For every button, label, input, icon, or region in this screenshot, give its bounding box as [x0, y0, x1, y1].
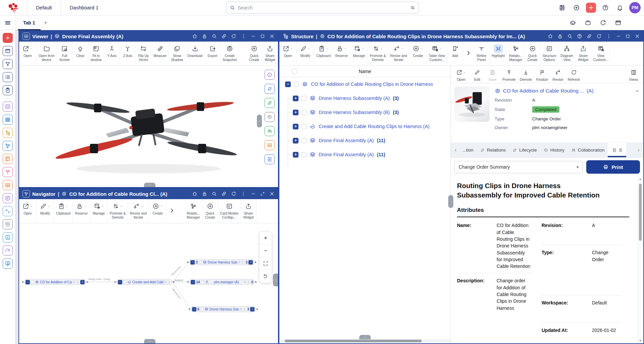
- search-settings-icon[interactable]: [410, 5, 415, 10]
- lock-icon[interactable]: [202, 34, 207, 39]
- expand-toggle[interactable]: +: [293, 110, 298, 115]
- relationship-manager-button[interactable]: Relatio...Manager: [507, 42, 524, 65]
- assistant-icon[interactable]: [568, 18, 578, 28]
- select-all-checkbox[interactable]: [292, 69, 297, 74]
- modify-button[interactable]: Modify: [37, 199, 54, 223]
- refresh-button[interactable]: Refresh: [566, 66, 582, 83]
- collapse-badge-icon[interactable]: [191, 280, 195, 284]
- clear-button[interactable]: Clear: [73, 42, 88, 65]
- add-circle-icon[interactable]: [571, 3, 582, 13]
- zoom-in-button[interactable]: +: [260, 232, 272, 244]
- expand-toggle[interactable]: −: [285, 81, 291, 87]
- open-button[interactable]: Open: [279, 42, 297, 65]
- zoom-out-button[interactable]: −: [260, 244, 272, 257]
- graph-node-activity[interactable]: Create and Add Cable ... (A) ⠿: [116, 279, 173, 285]
- fit-to-window-button[interactable]: Fit towindow: [88, 42, 104, 65]
- create-button[interactable]: Create: [409, 42, 427, 65]
- add-new-button[interactable]: [3, 33, 13, 43]
- gauge-icon[interactable]: [3, 245, 13, 255]
- tree-row-change-order[interactable]: − CO for Addition of Cable Routing Clips…: [279, 77, 451, 91]
- revise-iterate-button[interactable]: Revise andIterate: [388, 42, 409, 65]
- close-button[interactable]: [269, 191, 275, 196]
- list-icon[interactable]: [3, 72, 13, 82]
- tab-collaboration[interactable]: Collaboration: [568, 143, 608, 157]
- row-checkbox[interactable]: [302, 110, 307, 115]
- collapse-summary-icon[interactable]: [635, 88, 640, 94]
- toolbar-overflow-chevron[interactable]: [167, 199, 177, 223]
- node-menu-icon[interactable]: [247, 280, 250, 284]
- modify-button[interactable]: Modify: [297, 42, 314, 65]
- tab-history[interactable]: History: [540, 143, 568, 157]
- add-related-button[interactable]: [248, 260, 253, 265]
- graph-node-harness-a[interactable]: 5 Drone Harness Subass... (A) ⠿ 3: [190, 306, 256, 312]
- node-menu-icon[interactable]: [76, 280, 79, 284]
- expand-toggle[interactable]: +: [293, 138, 298, 144]
- clipboard-icon[interactable]: [3, 85, 13, 95]
- form-icon[interactable]: [3, 102, 13, 112]
- maximize-button[interactable]: [626, 34, 630, 39]
- archive-icon[interactable]: [583, 18, 593, 28]
- search-icon[interactable]: [212, 191, 217, 196]
- open-from-device-button[interactable]: Open fromdevice: [37, 42, 57, 65]
- item-thumbnail[interactable]: [454, 87, 490, 122]
- tabs-scroll-right[interactable]: [635, 143, 642, 157]
- relationship-manager-button[interactable]: Relatio...Manager: [185, 199, 202, 223]
- quick-create-button[interactable]: QuickCreate: [525, 42, 541, 65]
- node-menu-icon[interactable]: [241, 261, 244, 264]
- navigator-collapse-tab[interactable]: [144, 339, 155, 343]
- row-checkbox[interactable]: [302, 96, 307, 101]
- lock-icon[interactable]: [202, 191, 207, 196]
- structure-options-button[interactable]: StructureOptions: [541, 42, 559, 65]
- reserve-button[interactable]: Reserve: [73, 199, 90, 223]
- tab-truncated[interactable]: ...tion: [459, 143, 477, 157]
- window-icon[interactable]: [613, 18, 623, 28]
- promote-demote-button[interactable]: Promote &Demote: [108, 199, 128, 223]
- row-checkbox[interactable]: [302, 138, 307, 143]
- more-options-icon[interactable]: [241, 191, 246, 196]
- table-view-customization-button[interactable]: Table ViewCustomi...: [427, 42, 447, 65]
- open-button[interactable]: Open: [453, 66, 469, 83]
- card-icon[interactable]: [3, 193, 13, 203]
- refresh-icon[interactable]: [596, 34, 602, 39]
- viewer-icon[interactable]: [3, 180, 13, 190]
- reserve-button[interactable]: Reserve: [333, 42, 351, 65]
- more-options-icon[interactable]: [606, 34, 611, 39]
- expand-toggle[interactable]: +: [293, 152, 298, 158]
- create-snapshot-button[interactable]: CreateSnapshot: [221, 42, 239, 65]
- home-icon[interactable]: [192, 191, 197, 196]
- search-icon[interactable]: [212, 34, 217, 39]
- drag-handle[interactable]: ⠿: [244, 281, 246, 284]
- revise-button[interactable]: Revise: [550, 66, 566, 83]
- promote-button[interactable]: Promote: [500, 66, 518, 83]
- drag-handle[interactable]: ⠿: [238, 261, 240, 264]
- collapse-badge-icon[interactable]: [190, 260, 195, 265]
- demote-button[interactable]: Demote: [518, 66, 534, 83]
- help-icon[interactable]: [600, 3, 610, 13]
- add-tab-button[interactable]: [43, 20, 48, 25]
- history-icon[interactable]: [3, 219, 13, 229]
- report-selector[interactable]: Change Order Summary ▾: [454, 161, 583, 173]
- table-icon[interactable]: [3, 115, 13, 125]
- monitor-icon[interactable]: [3, 259, 13, 269]
- menu-dashboard-1[interactable]: Dashboard 1: [61, 0, 107, 15]
- info-icon[interactable]: [265, 70, 275, 80]
- save-button[interactable]: Save: [485, 66, 500, 83]
- clipboard-button[interactable]: Clipboard: [54, 199, 73, 223]
- close-button[interactable]: [269, 34, 275, 39]
- filter-icon[interactable]: [3, 59, 13, 69]
- tree-row-activity[interactable]: + Create and Add Cable Routing Clips to …: [279, 119, 451, 133]
- promote-demote-button[interactable]: Promote &Demote: [368, 42, 388, 65]
- link-icon[interactable]: [587, 34, 592, 39]
- full-screen-button[interactable]: FullScreen: [57, 42, 73, 65]
- more-options-icon[interactable]: [241, 34, 246, 39]
- create-button[interactable]: Create: [149, 199, 167, 223]
- scrollbar-thumb[interactable]: [639, 184, 642, 241]
- viewer-collapse-tab[interactable]: [144, 183, 155, 187]
- collapse-graph-controls-tab[interactable]: [273, 274, 278, 286]
- help-icon[interactable]: [577, 34, 582, 39]
- collaboration-icon[interactable]: [265, 126, 275, 136]
- graph-node-change-order[interactable]: CO for Addition of Cab... (A) ⠿: [24, 279, 86, 285]
- fit-graph-button[interactable]: [260, 257, 272, 270]
- scroll-up-arrow[interactable]: ▲: [638, 177, 643, 181]
- document-icon[interactable]: [265, 154, 275, 164]
